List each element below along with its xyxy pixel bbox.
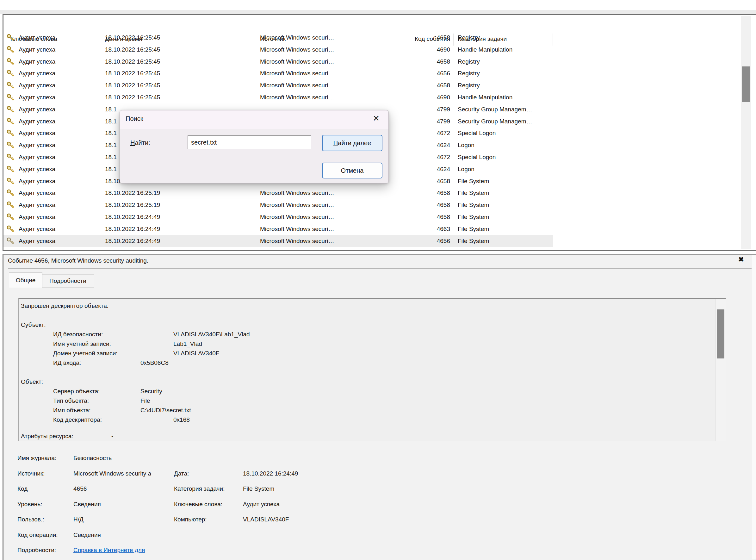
more-info-label: Подробности: [17, 547, 56, 554]
detail-title-divider [8, 268, 752, 268]
close-detail-icon[interactable]: ✖ [738, 256, 744, 263]
audit-success-key-icon [6, 93, 15, 102]
keywords-cell: Аудит успеха [19, 154, 55, 161]
keywords-cell: Аудит успеха [19, 142, 55, 149]
event-id-cell: 4656 [402, 238, 450, 244]
keywords-cell: Аудит успеха [19, 189, 55, 197]
category-cell: Handle Manipulation [458, 94, 512, 101]
datetime-cell: 18.1 [105, 130, 117, 137]
table-row[interactable]: Аудит успеха 18.10.2022 16:25:45 Microso… [3, 56, 553, 68]
event-id-cell: 4658 [402, 202, 450, 208]
table-row[interactable]: Аудит успеха 18.10.2022 16:25:19 Microso… [3, 199, 553, 211]
event-id-cell: 4658 [402, 189, 450, 197]
audit-success-key-icon [6, 33, 15, 42]
audit-success-key-icon [6, 165, 15, 174]
table-row-selected[interactable]: Аудит успеха 18.10.2022 16:24:49 Microso… [3, 235, 553, 247]
category-cell: Registry [458, 70, 480, 77]
source-label: Источник: [17, 470, 45, 477]
find-input[interactable] [188, 135, 311, 149]
audit-success-key-icon [6, 117, 15, 126]
datetime-cell: 18.1 [105, 154, 117, 161]
datetime-cell: 18.10.2022 16:24:49 [105, 225, 160, 233]
table-row[interactable]: Аудит успеха 18.10.2022 16:25:45 Microso… [3, 44, 553, 56]
category-cell: Handle Manipulation [458, 46, 512, 53]
pane-right-strip [752, 255, 756, 559]
keywords-cell: Аудит успеха [19, 214, 55, 221]
category-cell: File System [458, 189, 489, 197]
datetime-cell: 18.1 [105, 118, 117, 125]
find-next-button[interactable]: Найти далее [322, 135, 383, 151]
tab-details[interactable]: Подробности [41, 274, 94, 287]
keywords-cell: Аудит успеха [19, 130, 55, 137]
audit-success-key-icon [6, 153, 15, 162]
event-id-cell: 4658 [402, 214, 450, 221]
source-cell: Microsoft Windows securi… [260, 58, 334, 65]
audit-success-key-icon [6, 105, 15, 114]
category-cell: Special Logon [458, 154, 496, 161]
close-dialog-icon[interactable]: ✕ [373, 114, 380, 122]
source-value: Microsoft Windows security a [74, 470, 151, 477]
datetime-cell: 18.10.2022 16:24:49 [105, 238, 160, 244]
audit-success-key-icon [6, 129, 15, 138]
audit-success-key-icon [6, 45, 15, 54]
audit-success-key-icon [6, 237, 15, 245]
keywords-value: Аудит успеха [243, 501, 280, 508]
audit-success-key-icon [6, 213, 15, 221]
datetime-cell: 18.10.2022 16:25:45 [105, 34, 160, 41]
keywords-cell: Аудит успеха [19, 70, 55, 77]
source-cell: Microsoft Windows securi… [260, 225, 334, 233]
list-scrollbar-thumb[interactable] [742, 66, 750, 102]
datetime-cell: 18.10.2022 16:24:49 [105, 214, 160, 221]
source-cell: Microsoft Windows securi… [260, 82, 334, 89]
category-cell: Security Group Managem… [458, 106, 532, 113]
event-detail-title: Событие 4656, Microsoft Windows security… [8, 257, 148, 264]
find-dialog: Поиск ✕ Найти: Найти далее Отмена [120, 110, 389, 183]
description-scrollbar-thumb[interactable] [717, 309, 724, 358]
event-id-cell: 4690 [402, 94, 450, 101]
tab-general[interactable]: Общие [9, 273, 42, 287]
category-cell: Security Group Managem… [458, 118, 532, 125]
level-label: Уровень: [17, 501, 42, 508]
table-row[interactable]: Аудит успеха 18.10.2022 16:25:45 Microso… [3, 92, 553, 103]
date-label: Дата: [174, 470, 189, 477]
event-id-cell: 4663 [402, 225, 450, 233]
event-id-cell: 4658 [402, 34, 450, 41]
category-cell: Registry [458, 58, 480, 65]
source-cell: Microsoft Windows securi… [260, 46, 334, 53]
event-id-label: Код [17, 485, 27, 492]
source-cell: Microsoft Windows securi… [260, 189, 334, 197]
log-name-value: Безопасность [74, 455, 112, 462]
table-row[interactable]: Аудит успеха 18.10.2022 16:25:19 Microso… [3, 187, 553, 199]
event-id-cell: 4624 [402, 166, 450, 173]
category-cell: File System [458, 214, 489, 221]
table-row[interactable]: Аудит успеха 18.10.2022 16:24:49 Microso… [3, 211, 553, 223]
source-cell: Microsoft Windows securi… [260, 202, 334, 208]
event-id-cell: 4672 [402, 130, 450, 137]
datetime-cell: 18.10.2022 16:25:45 [105, 46, 160, 53]
keywords-cell: Аудит успеха [19, 225, 55, 233]
source-cell: Microsoft Windows securi… [260, 214, 334, 221]
datetime-cell: 18.10.2022 16:25:45 [105, 70, 160, 77]
list-scrollbar-track[interactable] [741, 16, 751, 249]
event-id-cell: 4658 [402, 58, 450, 65]
table-row[interactable]: Аудит успеха 18.10.2022 16:25:45 Microso… [3, 67, 553, 79]
keywords-cell: Аудит успеха [19, 46, 55, 53]
online-help-link[interactable]: Справка в Интернете для [74, 547, 145, 554]
keywords-cell: Аудит успеха [19, 82, 55, 89]
category-cell: Logon [458, 142, 474, 149]
table-row[interactable]: Аудит успеха 18.10.2022 16:25:45 Microso… [3, 79, 553, 92]
computer-label: Компьютер: [174, 516, 207, 523]
source-cell: Microsoft Windows securi… [260, 70, 334, 77]
table-row[interactable]: Аудит успеха 18.10.2022 16:25:45 Microso… [3, 32, 553, 44]
audit-success-key-icon [6, 141, 15, 149]
event-id-cell: 4672 [402, 154, 450, 161]
keywords-cell: Аудит успеха [19, 166, 55, 173]
keywords-cell: Аудит успеха [19, 34, 55, 41]
source-cell: Microsoft Windows securi… [260, 94, 334, 101]
toolbar-strip [0, 10, 756, 14]
cancel-button[interactable]: Отмена [322, 163, 383, 178]
table-row[interactable]: Аудит успеха 18.10.2022 16:24:49 Microso… [3, 223, 553, 235]
datetime-cell: 18.10.2022 16:25:19 [105, 202, 160, 208]
event-id-cell: 4658 [402, 178, 450, 185]
computer-value: VLADISLAV340F [243, 516, 289, 523]
